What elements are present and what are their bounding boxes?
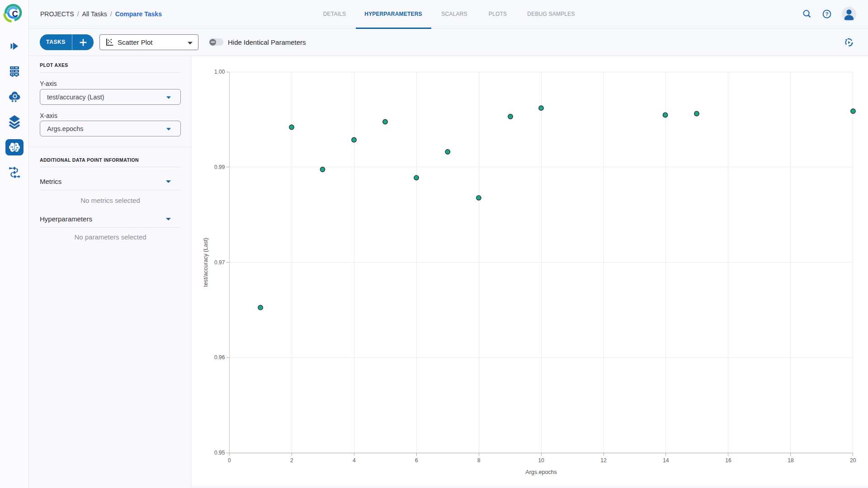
svg-text:C: C	[12, 9, 18, 19]
svg-text:0.96: 0.96	[214, 354, 225, 361]
svg-text:6: 6	[415, 457, 418, 464]
svg-text:Args.epochs: Args.epochs	[525, 469, 557, 475]
svg-text:?: ?	[825, 11, 828, 17]
svg-text:18: 18	[788, 457, 794, 464]
svg-text:0.97: 0.97	[214, 259, 225, 266]
svg-text:4: 4	[353, 457, 356, 464]
svg-text:16: 16	[725, 457, 731, 464]
svg-text:2: 2	[290, 457, 293, 464]
svg-text:14: 14	[663, 457, 669, 464]
svg-text:10: 10	[538, 457, 544, 464]
svg-text:8: 8	[477, 457, 481, 464]
svg-text:0.99: 0.99	[214, 164, 225, 170]
svg-text:test/accuracy (Last): test/accuracy (Last)	[203, 238, 209, 287]
svg-text:12: 12	[600, 457, 607, 464]
svg-text:20: 20	[850, 457, 856, 464]
svg-text:1.00: 1.00	[214, 69, 225, 75]
svg-text:0: 0	[228, 457, 231, 464]
svg-text:0.95: 0.95	[214, 450, 225, 456]
